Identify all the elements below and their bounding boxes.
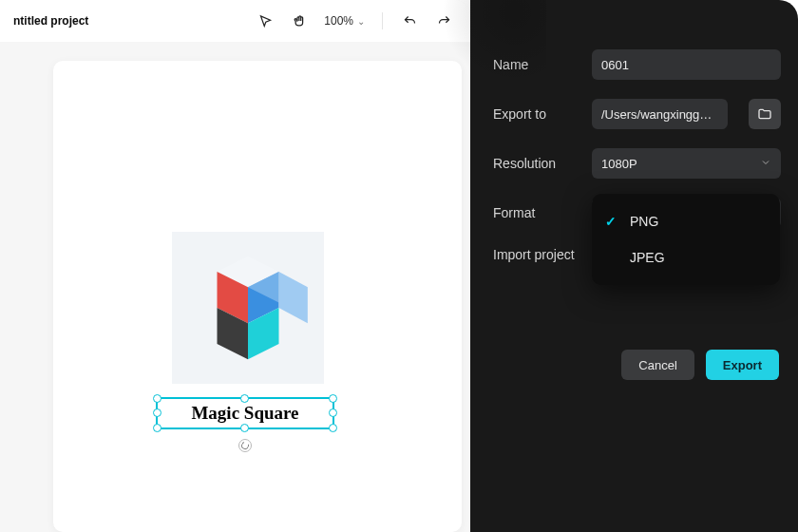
format-option-jpeg[interactable]: JPEG bbox=[592, 239, 780, 276]
resize-handle-ml[interactable] bbox=[153, 408, 162, 417]
resolution-value: 1080P bbox=[601, 157, 637, 171]
folder-icon bbox=[757, 106, 772, 122]
cube-image[interactable] bbox=[172, 232, 324, 384]
hand-tool-button[interactable] bbox=[286, 8, 313, 34]
cancel-button[interactable]: Cancel bbox=[621, 350, 694, 380]
zoom-level[interactable]: 100% ⌄ bbox=[320, 14, 369, 28]
rotate-handle[interactable] bbox=[238, 439, 252, 452]
resize-handle-bl[interactable] bbox=[153, 424, 162, 432]
resize-handle-tm[interactable] bbox=[240, 394, 249, 403]
row-export-to: Export to /Users/wangxingguo/... bbox=[493, 99, 781, 129]
label-import-project: Import project bbox=[493, 247, 575, 262]
svg-marker-5 bbox=[279, 272, 308, 323]
toolbar-divider bbox=[382, 12, 383, 29]
editor-window: ntitled project 100% ⌄ bbox=[0, 0, 470, 532]
resize-handle-tl[interactable] bbox=[153, 394, 162, 403]
export-panel: Name 0601 Export to /Users/wangxingguo/.… bbox=[470, 0, 798, 532]
cancel-label: Cancel bbox=[638, 358, 676, 372]
export-label: Export bbox=[723, 358, 762, 372]
resize-handle-mr[interactable] bbox=[329, 408, 337, 417]
check-icon: ✓ bbox=[605, 214, 620, 229]
label-export-to: Export to bbox=[493, 106, 579, 122]
cube-icon bbox=[186, 246, 310, 370]
chevron-down-icon: ⌄ bbox=[357, 16, 365, 27]
format-option-png[interactable]: ✓ PNG bbox=[592, 203, 780, 239]
resize-handle-br[interactable] bbox=[329, 424, 337, 432]
undo-button[interactable] bbox=[396, 8, 423, 34]
export-path-input[interactable]: /Users/wangxingguo/... bbox=[592, 99, 728, 129]
resize-handle-tr[interactable] bbox=[329, 394, 337, 403]
name-value: 0601 bbox=[601, 58, 629, 72]
zoom-value: 100% bbox=[324, 14, 353, 28]
text-layer-selected[interactable]: Magic Square bbox=[156, 397, 334, 429]
topbar: ntitled project 100% ⌄ bbox=[0, 0, 470, 42]
export-button[interactable]: Export bbox=[706, 350, 779, 380]
browse-folder-button[interactable] bbox=[749, 99, 781, 129]
label-format: Format bbox=[493, 205, 579, 220]
row-name: Name 0601 bbox=[493, 49, 781, 80]
canvas[interactable]: Magic Square bbox=[53, 61, 462, 532]
label-name: Name bbox=[493, 57, 579, 72]
dialog-buttons: Cancel Export bbox=[621, 350, 779, 380]
format-dropdown: ✓ PNG JPEG bbox=[592, 194, 780, 285]
format-option-label: JPEG bbox=[630, 250, 665, 265]
redo-button[interactable] bbox=[430, 8, 457, 34]
select-tool-button[interactable] bbox=[252, 8, 278, 34]
resolution-select[interactable]: 1080P bbox=[592, 148, 781, 179]
export-path-value: /Users/wangxingguo/... bbox=[601, 107, 718, 122]
resize-handle-bm[interactable] bbox=[240, 424, 249, 432]
chevron-down-icon bbox=[760, 157, 771, 171]
row-resolution: Resolution 1080P bbox=[493, 148, 781, 179]
format-option-label: PNG bbox=[630, 214, 658, 229]
label-resolution: Resolution bbox=[493, 156, 579, 171]
name-input[interactable]: 0601 bbox=[592, 49, 781, 80]
project-title[interactable]: ntitled project bbox=[13, 14, 88, 28]
